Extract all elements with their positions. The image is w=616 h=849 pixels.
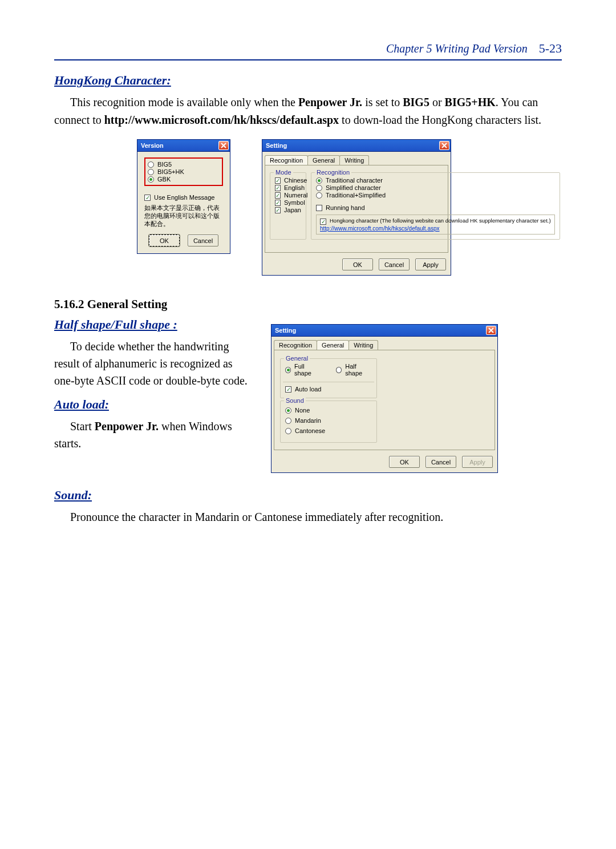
check-symbol-label: Symbol	[284, 199, 305, 206]
check-english[interactable]: English	[275, 184, 301, 191]
mode-group: Mode Chinese English Numeral Symbol Japa…	[270, 172, 306, 240]
general-group: General Full shape Half shape Auto load	[280, 358, 377, 398]
check-use-english[interactable]: Use English Message	[144, 194, 223, 201]
radio-gbk[interactable]: GBK	[148, 176, 221, 183]
radio-simplified-label: Simplified character	[326, 184, 381, 191]
check-numeral[interactable]: Numeral	[275, 192, 301, 199]
recognition-group: Recognition Traditional character Simpli…	[311, 172, 560, 240]
version-titlebar: Version	[137, 139, 230, 152]
radio-simplified[interactable]: Simplified character	[316, 184, 555, 191]
radio-traditional[interactable]: Traditional character	[316, 177, 555, 184]
radio-fullshape[interactable]: Full shape	[285, 363, 320, 377]
header-rule	[54, 59, 562, 60]
version-group-highlight: BIG5 BIG5+HK GBK	[144, 157, 223, 186]
radio-gbk-label: GBK	[157, 176, 171, 183]
check-english-label: English	[284, 184, 305, 191]
chapter-label: Chapter 5 Writing Pad Version	[386, 42, 528, 55]
tab-general[interactable]: General	[317, 340, 349, 350]
setting2-titlebar: Setting	[271, 324, 498, 337]
version-ok-button[interactable]: OK	[149, 235, 180, 246]
check-running-hand-label: Running hand	[326, 204, 365, 211]
setting-dialog: Setting Recognition General Writing Mode…	[262, 139, 451, 276]
setting-titlebar: Setting	[262, 139, 451, 152]
check-use-english-label: Use English Message	[154, 194, 214, 201]
setting-title: Setting	[266, 142, 287, 149]
hkscs-link[interactable]: http://www.microsoft.com/hk/hkscs/defaul…	[320, 225, 551, 232]
hk-paragraph: This recognition mode is available only …	[54, 94, 562, 129]
hk-heading: HongKong Character:	[54, 73, 562, 88]
version-title: Version	[141, 142, 164, 149]
close-icon[interactable]	[486, 326, 496, 335]
autoload-paragraph: Start Penpower Jr. when Windows starts.	[54, 418, 254, 452]
version-cancel-button[interactable]: Cancel	[188, 235, 218, 246]
radio-big5-label: BIG5	[157, 161, 172, 168]
tab-general[interactable]: General	[307, 155, 340, 165]
check-japan-label: Japan	[284, 207, 301, 213]
check-symbol[interactable]: Symbol	[275, 199, 301, 206]
setting2-title: Setting	[275, 327, 296, 334]
setting2-cancel-button[interactable]: Cancel	[425, 456, 456, 468]
check-running-hand[interactable]: Running hand	[316, 204, 555, 211]
halfshape-paragraph: To decide whether the handwriting result…	[54, 338, 254, 389]
radio-halfshape-label: Half shape	[345, 363, 372, 377]
sound-legend: Sound	[284, 397, 306, 404]
radio-big5hk[interactable]: BIG5+HK	[148, 168, 221, 175]
setting2-apply-button[interactable]: Apply	[462, 456, 493, 468]
version-dialog: Version BIG5 BIG5+HK GBK Use English Mes…	[137, 139, 230, 276]
radio-sound-cantonese-label: Cantonese	[295, 427, 325, 434]
tab-recognition[interactable]: Recognition	[274, 340, 317, 350]
setting-general-dialog: Setting Recognition General Writing Gene…	[271, 324, 498, 473]
hk-link-box: Hongkong character (The following websit…	[316, 215, 555, 235]
check-japan[interactable]: Japan	[275, 207, 301, 213]
check-autoload[interactable]: Auto load	[285, 386, 372, 393]
general-setting-title: 5.16.2 General Setting	[54, 297, 562, 312]
setting-apply-button[interactable]: Apply	[415, 258, 446, 270]
radio-halfshape[interactable]: Half shape	[336, 363, 372, 377]
radio-sound-none-label: None	[295, 407, 310, 414]
setting-ok-button[interactable]: OK	[342, 258, 373, 270]
setting2-ok-button[interactable]: OK	[389, 456, 420, 468]
sound-group: Sound None Mandarin Cantonese	[280, 401, 377, 443]
page-number: 5-23	[539, 41, 562, 56]
autoload-heading: Auto load:	[54, 397, 254, 412]
check-autoload-label: Auto load	[295, 386, 321, 393]
recognition-legend: Recognition	[315, 169, 351, 176]
setting-cancel-button[interactable]: Cancel	[379, 258, 410, 270]
sound-paragraph: Pronounce the character in Mandarin or C…	[54, 508, 562, 526]
tab-writing[interactable]: Writing	[348, 340, 378, 350]
check-numeral-label: Numeral	[284, 192, 308, 199]
tab-writing[interactable]: Writing	[339, 155, 369, 165]
radio-traditional-label: Traditional character	[326, 177, 383, 184]
radio-big5hk-label: BIG5+HK	[157, 168, 184, 175]
close-icon[interactable]	[218, 141, 229, 150]
halfshape-heading: Half shape/Full shape :	[54, 317, 254, 332]
general-legend: General	[284, 355, 310, 362]
check-chinese[interactable]: Chinese	[275, 177, 301, 184]
radio-big5[interactable]: BIG5	[148, 161, 221, 168]
radio-sound-mandarin[interactable]: Mandarin	[285, 417, 372, 424]
cjk-note: 如果本文字显示正确，代表您的电脑环境可以和这个版本配合。	[144, 204, 223, 228]
check-hongkong[interactable]: Hongkong character (The following websit…	[320, 218, 551, 225]
radio-sound-none[interactable]: None	[285, 407, 372, 414]
radio-fullshape-label: Full shape	[294, 363, 320, 377]
mode-legend: Mode	[274, 169, 293, 176]
radio-sound-mandarin-label: Mandarin	[295, 417, 321, 424]
check-chinese-label: Chinese	[284, 177, 307, 184]
check-hongkong-label: Hongkong character (The following websit…	[330, 218, 551, 224]
close-icon[interactable]	[439, 141, 449, 150]
sound-heading: Sound:	[54, 488, 562, 503]
tab-recognition[interactable]: Recognition	[265, 155, 308, 165]
radio-tradsimp-label: Traditional+Simplified	[326, 192, 386, 199]
radio-tradsimp[interactable]: Traditional+Simplified	[316, 192, 555, 199]
radio-sound-cantonese[interactable]: Cantonese	[285, 427, 372, 434]
